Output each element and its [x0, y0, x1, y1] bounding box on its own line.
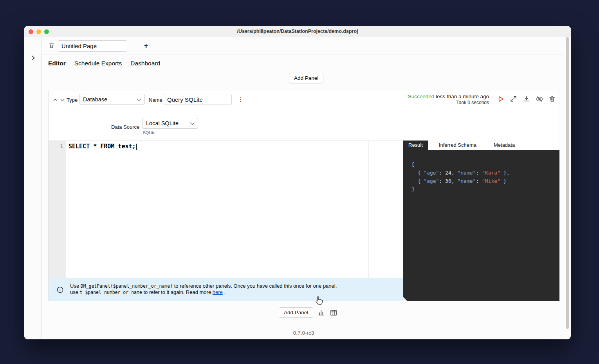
panel-name-input[interactable]: [164, 94, 232, 105]
chevron-up-icon[interactable]: [53, 97, 58, 103]
kebab-menu-icon[interactable]: ⋮: [237, 95, 244, 104]
result-json-line: { "age": 30, "name": "Mike" }: [411, 177, 554, 185]
result-json-line: ]: [411, 185, 554, 193]
code-editor[interactable]: 1 SELECT * FROM test;: [49, 141, 403, 278]
editor-code: SELECT * FROM test;: [69, 143, 137, 150]
name-label: Name: [149, 97, 162, 103]
panel-collapse-controls: [53, 97, 65, 103]
query-panel: Type Database Name ⋮ Succeeded less than…: [48, 91, 559, 301]
tab-inferred-schema[interactable]: Inferred Schema: [433, 141, 482, 150]
tab-dashboard[interactable]: Dashboard: [130, 60, 160, 67]
delete-page-button[interactable]: [48, 42, 55, 49]
eye-off-icon: [536, 95, 543, 103]
app-window: /Users/philipeaton/DataStationProjects/d…: [24, 26, 571, 339]
status-duration: Took 0 seconds: [408, 100, 489, 106]
result-json-line: { "age": 24, "name": "Kara" },: [411, 169, 554, 177]
type-select-wrap: Database: [79, 94, 145, 105]
table-icon: [330, 309, 337, 317]
app-version: 0.7.0-rc3: [42, 330, 565, 336]
text-caret: [136, 144, 137, 150]
sidebar: [24, 37, 42, 339]
resize-grip[interactable]: [403, 297, 407, 301]
traffic-lights: [29, 29, 49, 34]
data-source-caption: SQLite: [143, 130, 155, 135]
info-read-more-link[interactable]: here: [213, 289, 223, 295]
trash-icon: [48, 42, 55, 49]
info-icon: [56, 286, 64, 294]
tab-editor[interactable]: Editor: [48, 60, 66, 67]
window-title: /Users/philipeaton/DataStationProjects/d…: [24, 26, 571, 37]
result-viewer: Result Inferred Schema Metadata [ { "age…: [403, 141, 559, 301]
info-text: Use DM_getPanel($panel_number_or_name) t…: [70, 283, 343, 296]
add-table-panel-button[interactable]: [330, 309, 337, 317]
download-results-button[interactable]: [523, 95, 530, 103]
result-tabs: Result Inferred Schema Metadata: [403, 141, 559, 150]
close-button[interactable]: [29, 29, 33, 34]
vertical-scrollbar[interactable]: [566, 37, 569, 329]
fullscreen-panel-button[interactable]: [510, 95, 518, 103]
add-panel-button-bottom[interactable]: Add Panel: [279, 307, 313, 318]
status-state: Succeeded: [408, 94, 435, 99]
add-page-button[interactable]: +: [142, 41, 150, 50]
data-source-select[interactable]: Local SQLite: [143, 118, 198, 128]
line-number: 1: [60, 143, 63, 149]
run-panel-button[interactable]: [497, 95, 505, 103]
minimize-button[interactable]: [36, 29, 41, 34]
result-json-line: [: [411, 160, 554, 169]
result-json: [ { "age": 24, "name": "Kara" }, { "age"…: [403, 150, 559, 301]
status-ago: less than a minute ago: [436, 94, 489, 99]
data-source-label: Data Source: [111, 124, 139, 130]
play-icon: [497, 95, 505, 103]
info-bar: Use DM_getPanel($panel_number_or_name) t…: [49, 278, 403, 301]
hide-panel-button[interactable]: [536, 95, 543, 103]
chevron-right-icon: [29, 54, 36, 61]
tab-schedule-exports[interactable]: Schedule Exports: [74, 60, 122, 67]
chevron-down-icon[interactable]: [60, 97, 65, 103]
bottom-add-panel-row: Add Panel: [279, 307, 337, 318]
data-source-select-wrap: Local SQLite: [142, 118, 198, 129]
expand-icon: [510, 95, 517, 103]
sidebar-expand-button[interactable]: [29, 54, 36, 61]
tab-metadata[interactable]: Metadata: [488, 141, 520, 150]
zoom-button[interactable]: [44, 29, 49, 34]
type-select[interactable]: Database: [79, 94, 144, 105]
page-name-input[interactable]: [58, 40, 127, 52]
tab-result[interactable]: Result: [403, 141, 428, 150]
download-icon: [523, 95, 530, 103]
add-graph-panel-button[interactable]: [318, 309, 325, 317]
panel-actions: [497, 95, 556, 103]
editor-ruler: [368, 141, 369, 278]
type-label: Type: [67, 97, 78, 103]
titlebar: /Users/philipeaton/DataStationProjects/d…: [24, 26, 571, 37]
editor-gutter: 1: [49, 141, 66, 278]
add-panel-button-top[interactable]: Add Panel: [289, 73, 323, 83]
panel-status: Succeeded less than a minute ago Took 0 …: [408, 94, 489, 106]
pagebar-divider: [42, 54, 565, 54]
trash-icon: [548, 95, 556, 103]
bar-chart-icon: [318, 309, 325, 317]
delete-panel-button[interactable]: [548, 95, 556, 103]
nav-tabs: Editor Schedule Exports Dashboard: [48, 60, 160, 67]
